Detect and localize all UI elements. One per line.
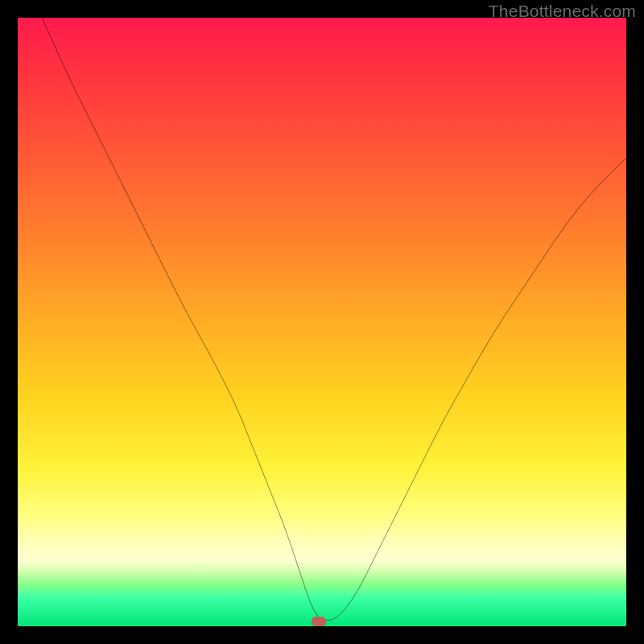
chart-frame <box>18 18 626 626</box>
minimum-marker <box>312 617 326 626</box>
bottleneck-curve <box>18 18 626 626</box>
curve-path <box>42 18 626 620</box>
